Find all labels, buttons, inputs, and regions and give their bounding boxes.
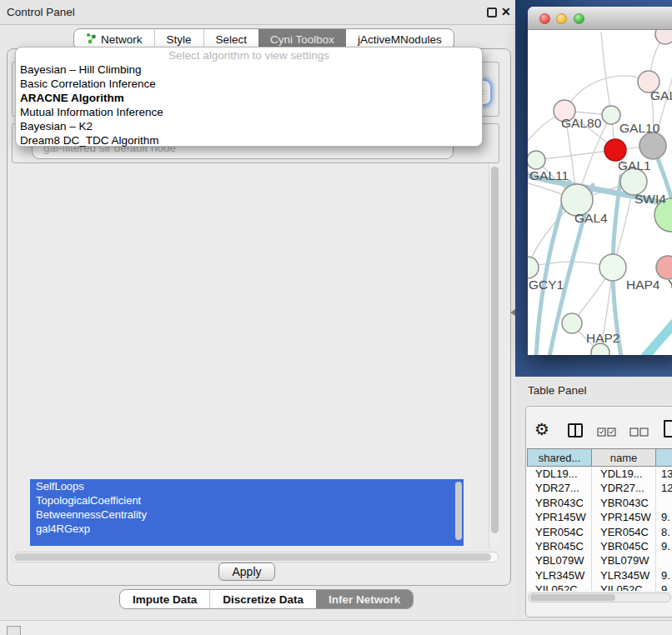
table-row[interactable]: YBR043CYBR043C bbox=[527, 496, 672, 510]
node-label: GAL1 bbox=[618, 158, 651, 172]
column-header-shared[interactable]: shared... bbox=[527, 448, 592, 467]
network-view[interactable]: GAL GAL80 GAL10 GAL11 GAL1 SWI4 GAL4 GCY… bbox=[528, 30, 672, 355]
control-panel-titlebar: Control Panel bbox=[0, 0, 515, 25]
table-panel-title: Table Panel bbox=[528, 384, 587, 397]
popup-item-bayesian-k2[interactable]: Bayesian – K2 bbox=[16, 119, 482, 133]
panel-collapse-arrow[interactable] bbox=[510, 309, 515, 316]
table-horizontal-scrollbar[interactable] bbox=[528, 592, 671, 602]
table-row[interactable]: YBR045CYBR045C9. bbox=[527, 539, 672, 553]
select-all-checkboxes-icon[interactable] bbox=[597, 427, 617, 439]
status-strip bbox=[0, 620, 672, 635]
grip-icon[interactable] bbox=[7, 626, 21, 635]
popup-item-basic-correlation[interactable]: Basic Correlation Inference bbox=[16, 77, 482, 91]
node-gal11[interactable] bbox=[528, 151, 545, 169]
algorithm-dropdown-popup: Select algorithm to view settings Bayesi… bbox=[15, 47, 483, 147]
list-scrollbar[interactable] bbox=[455, 482, 462, 540]
node-label: HAP4 bbox=[626, 278, 660, 292]
list-item-gal4rgexp[interactable]: gal4RGexp bbox=[30, 522, 464, 536]
node-top-right[interactable] bbox=[655, 30, 672, 44]
close-icon[interactable]: ✕ bbox=[501, 5, 511, 18]
scrollbar-thumb[interactable] bbox=[14, 553, 491, 561]
network-window: GAL GAL80 GAL10 GAL11 GAL1 SWI4 GAL4 GCY… bbox=[528, 7, 672, 355]
column-header-name[interactable]: name bbox=[592, 448, 656, 467]
list-item-topologicalcoefficient[interactable]: TopologicalCoefficient bbox=[30, 493, 464, 508]
minimize-traffic-light[interactable] bbox=[556, 13, 567, 24]
column-header-clipped[interactable] bbox=[656, 448, 672, 467]
network-graph: GAL GAL80 GAL10 GAL11 GAL1 SWI4 GAL4 GCY… bbox=[528, 30, 672, 355]
data-attributes-list: SelfLoops TopologicalCoefficient Between… bbox=[30, 479, 464, 546]
tab-impute-data[interactable]: Impute Data bbox=[120, 590, 209, 608]
popup-item-mutual-information[interactable]: Mutual Information Inference bbox=[16, 105, 482, 119]
node-label: GAL bbox=[650, 88, 672, 102]
table-row[interactable]: YDR27...YDR27...12 bbox=[527, 481, 672, 495]
table-row[interactable]: YLR345WYLR345W9. bbox=[527, 568, 672, 582]
tab-discretize-data[interactable]: Discretize Data bbox=[209, 590, 316, 608]
scrollbar-thumb[interactable] bbox=[491, 167, 499, 533]
node-label: Y bbox=[668, 277, 672, 291]
popup-item-bayesian-hill-climbing[interactable]: Bayesian – Hill Climbing bbox=[16, 62, 482, 77]
table-row[interactable]: YDL19...YDL19...13 bbox=[527, 467, 672, 481]
node-label: GCY1 bbox=[529, 278, 564, 292]
table-row[interactable]: YBL079WYBL079W bbox=[527, 553, 672, 568]
close-traffic-light[interactable] bbox=[539, 13, 550, 24]
table-row[interactable]: YER054CYER054C8. bbox=[527, 525, 672, 539]
node-label: HAP2 bbox=[586, 331, 620, 345]
table-header: shared... name bbox=[527, 448, 672, 467]
table-body: YDL19...YDL19...13 YDR27...YDR27...12 YB… bbox=[527, 467, 672, 591]
network-tab-icon bbox=[86, 32, 97, 47]
node-hap4[interactable] bbox=[599, 254, 626, 281]
node-label: GAL11 bbox=[529, 168, 569, 182]
node-gcy1[interactable] bbox=[528, 257, 539, 278]
zoom-traffic-light[interactable] bbox=[574, 13, 584, 24]
tab-infer-network[interactable]: Infer Network bbox=[316, 590, 413, 608]
cyni-bottom-tabs: Impute Data Discretize Data Infer Networ… bbox=[119, 589, 414, 609]
node-hap2[interactable] bbox=[562, 313, 582, 333]
node-salmon[interactable] bbox=[656, 256, 672, 279]
settings-horizontal-scrollbar[interactable] bbox=[12, 552, 499, 562]
node-label: SWI4 bbox=[634, 192, 666, 206]
node-gal10[interactable] bbox=[639, 132, 666, 159]
popup-item-dream8[interactable]: Dream8 DC_TDC Algorithm bbox=[16, 133, 482, 148]
document-icon[interactable] bbox=[664, 420, 672, 438]
table-row[interactable]: YPR145WYPR145W9. bbox=[527, 510, 672, 524]
gear-icon[interactable]: ⚙ bbox=[534, 419, 549, 439]
list-item-selfloops[interactable]: SelfLoops bbox=[30, 479, 464, 493]
popup-item-aracne[interactable]: ARACNE Algorithm bbox=[16, 91, 482, 105]
thick-edge bbox=[641, 303, 672, 355]
float-window-icon[interactable] bbox=[487, 8, 497, 18]
node-label: GAL10 bbox=[619, 121, 660, 135]
node-gal80[interactable] bbox=[602, 106, 620, 124]
panel-title: Control Panel bbox=[7, 6, 75, 18]
node-bottom[interactable] bbox=[591, 343, 609, 355]
table-row[interactable]: YIL052CYIL052C9 bbox=[527, 582, 672, 591]
screen: Control Panel ✕ Network Style Select Cyn… bbox=[0, 0, 672, 635]
settings-vertical-scrollbar[interactable] bbox=[489, 163, 499, 548]
columns-icon[interactable] bbox=[568, 423, 583, 438]
apply-button[interactable]: Apply bbox=[218, 562, 275, 581]
popup-prompt: Select algorithm to view settings bbox=[16, 49, 482, 62]
node-label: GAL80 bbox=[561, 116, 602, 130]
list-item-betweennesscentrality[interactable]: BetweennessCentrality bbox=[30, 508, 464, 522]
network-window-titlebar[interactable] bbox=[528, 7, 672, 30]
scrollbar-thumb[interactable] bbox=[530, 594, 615, 601]
node-label: GAL4 bbox=[574, 211, 608, 225]
deselect-all-checkboxes-icon[interactable] bbox=[629, 427, 649, 439]
